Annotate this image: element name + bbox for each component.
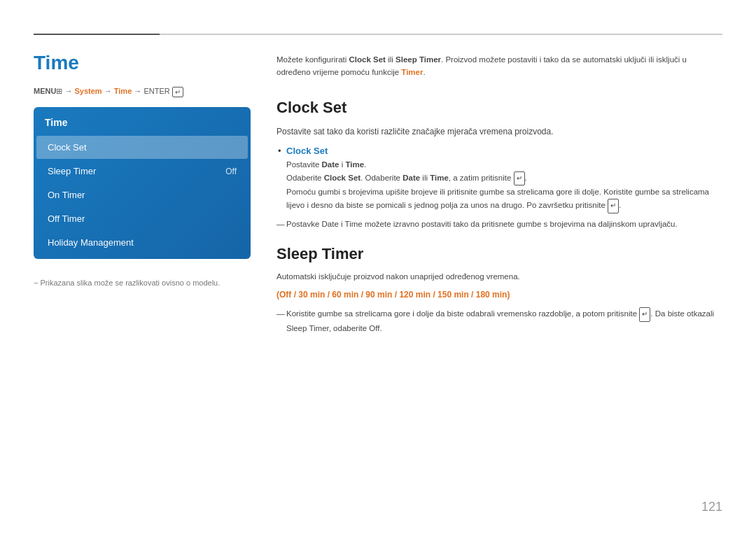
menu-box: Time Clock Set Sleep Timer Off On Timer … [34, 107, 251, 259]
menu-item-holiday-management-label: Holiday Management [48, 237, 134, 248]
menu-item-off-timer[interactable]: Off Timer [36, 207, 248, 230]
breadcrumb-sep1: → [64, 87, 74, 95]
sleep-timer-bold: Sleep Timer [286, 324, 329, 332]
menu-box-title: Time [34, 114, 251, 135]
sleep-timer-options: (Off / 30 min / 60 min / 90 min / 120 mi… [276, 288, 722, 302]
date-label1: Date [322, 160, 340, 169]
enter-icon-3: ↵ [608, 199, 619, 213]
breadcrumb-icon: ⊞ [56, 87, 62, 95]
time-label1: Time [345, 160, 364, 169]
breadcrumb: MENU⊞ → System → Time → ENTER ↵ [34, 87, 251, 97]
sleep-timer-section: Sleep Timer Automatski isključuje proizv… [276, 245, 722, 335]
menu-item-on-timer[interactable]: On Timer [36, 183, 248, 206]
clock-set-line3: Pomoću gumbi s brojevima upišite brojeve… [286, 185, 722, 213]
menu-item-sleep-timer-label: Sleep Timer [48, 166, 96, 176]
left-panel: Time MENU⊞ → System → Time → ENTER ↵ Tim… [34, 42, 251, 287]
clock-set-section: Clock Set Postavite sat tako da koristi … [276, 99, 722, 231]
page-number: 121 [701, 500, 722, 514]
enter-icon-sleep: ↵ [639, 307, 650, 322]
date-note: Date [322, 220, 339, 228]
clock-set-bullet-title: Clock Set [286, 146, 722, 156]
intro-timer-orange: Timer [401, 68, 423, 76]
off-bold: Off [369, 324, 379, 332]
page-title: Time [34, 52, 251, 74]
menu-item-on-timer-label: On Timer [48, 190, 85, 200]
clock-set-subtitle: Postavite sat tako da koristi različite … [276, 125, 722, 139]
enter-icon: ↵ [172, 87, 183, 97]
top-line-accent [34, 34, 160, 35]
menu-item-holiday-management[interactable]: Holiday Management [36, 231, 248, 254]
time-label2: Time [430, 174, 449, 182]
menu-item-off-timer-label: Off Timer [48, 213, 85, 224]
intro-clock-set: Clock Set [349, 55, 386, 64]
breadcrumb-sep2: → [104, 87, 114, 95]
menu-item-clock-set[interactable]: Clock Set [36, 136, 248, 159]
intro-text: Možete konfigurirati Clock Set ili Sleep… [276, 53, 722, 79]
sleep-timer-title: Sleep Timer [276, 245, 722, 263]
clock-set-bullet: Clock Set Postavite Date i Time. Odaberi… [276, 146, 722, 213]
menu-item-sleep-timer[interactable]: Sleep Timer Off [36, 160, 248, 183]
breadcrumb-time: Time [114, 87, 132, 95]
clock-set-line1: Postavite Date i Time. [286, 158, 722, 171]
breadcrumb-menu: MENU [34, 87, 56, 95]
time-note: Time [345, 220, 363, 228]
sleep-timer-desc: Automatski isključuje proizvod nakon una… [276, 270, 722, 283]
date-label2: Date [402, 174, 420, 182]
menu-item-sleep-timer-value: Off [225, 167, 237, 176]
enter-icon-2: ↵ [514, 171, 525, 186]
breadcrumb-system: System [75, 87, 102, 95]
clock-set-note: Postavke Date i Time možete izravno post… [276, 218, 722, 231]
options-orange: (Off / 30 min / 60 min / 90 min / 120 mi… [276, 290, 510, 300]
footnote: − Prikazana slika može se razlikovati ov… [34, 279, 251, 287]
sleep-timer-note: Koristite gumbe sa strelicama gore i dol… [276, 307, 722, 335]
breadcrumb-enter: ENTER ↵ [144, 87, 183, 95]
clock-set-bold: Clock Set [324, 174, 360, 182]
right-panel: Možete konfigurirati Clock Set ili Sleep… [276, 42, 722, 335]
menu-item-clock-set-label: Clock Set [48, 142, 87, 153]
clock-set-line2: Odaberite Clock Set. Odaberite Date ili … [286, 171, 722, 186]
breadcrumb-sep3: → [134, 87, 144, 95]
clock-set-title: Clock Set [276, 99, 722, 117]
intro-sleep-timer: Sleep Timer [396, 55, 441, 64]
